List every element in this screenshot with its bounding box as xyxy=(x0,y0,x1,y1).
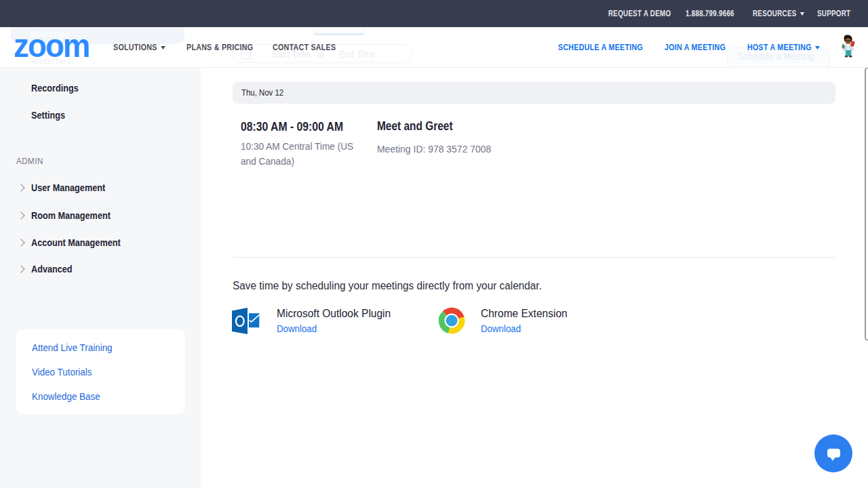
svg-text:zoom: zoom xyxy=(14,26,89,64)
